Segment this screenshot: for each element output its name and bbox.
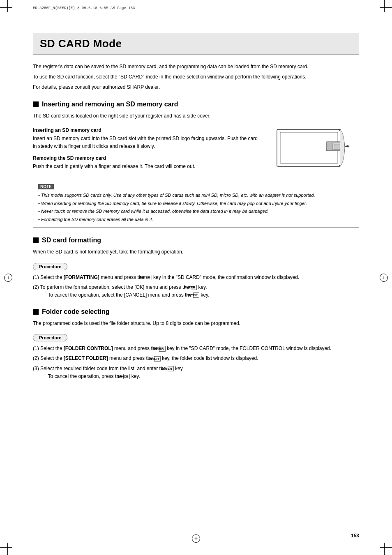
intro-text-3: For details, please consult your authori…: [33, 83, 359, 91]
registration-mark-right: [380, 274, 388, 282]
procedure-badge-1: Procedure: [33, 263, 67, 270]
formatting-step-1: (1) Select the [FORMATTING] menu and pre…: [33, 274, 359, 281]
page-title: SD CARD Mode: [40, 37, 352, 50]
enter-key-3: ENTER: [193, 292, 199, 298]
section-inserting-removing-title: Inserting and removing an SD memory card: [42, 101, 178, 108]
section-inserting-removing-header: Inserting and removing an SD memory card: [33, 101, 359, 108]
folder-code-intro: The programmed code is used the file fol…: [33, 320, 359, 327]
formatting-intro: When the SD card is not formatted yet, t…: [33, 248, 359, 256]
crop-mark-br-v: [384, 543, 385, 555]
folder-step-1: (1) Select the [FOLDER CONTROL] menu and…: [33, 345, 359, 352]
page-number: 153: [351, 533, 359, 539]
procedure-badge-2: Procedure: [33, 334, 67, 341]
crop-mark-bl-h: [0, 547, 12, 548]
note-items: • This model supports SD cards only. Use…: [38, 192, 354, 223]
section-square-icon: [33, 101, 39, 107]
sd-card-svg: [273, 123, 355, 173]
cancel-key-1: CANCE: [123, 374, 130, 379]
section-square-icon-3: [33, 309, 39, 315]
note-item-3: • Never touch or remove the SD memory ca…: [38, 208, 354, 215]
intro-text-1: The register's data can be saved to the …: [33, 63, 359, 71]
crop-mark-tr-h: [380, 7, 392, 8]
inserting-removing-content: Inserting an SD memory card Insert an SD…: [33, 122, 359, 173]
enter-key-1: ENTER: [146, 275, 152, 280]
note-item-1: • This model supports SD cards only. Use…: [38, 192, 354, 199]
main-content: SD CARD Mode The register's data can be …: [33, 33, 359, 380]
formatting-steps: (1) Select the [FORMATTING] menu and pre…: [33, 274, 359, 299]
subsection-inserting-title: Inserting an SD memory card: [33, 127, 261, 133]
crop-mark-tl-v: [7, 0, 8, 12]
subsection-removing-text: Push the card in gently with a finger an…: [33, 163, 261, 170]
crop-mark-tl-h: [0, 7, 12, 8]
page: ER-A280F_N(SEEG)(E)-8 09.6.18 6:55 AM Pa…: [0, 0, 392, 555]
sd-card-image-col: [269, 122, 359, 173]
section-folder-code-title: Folder code selecting: [42, 308, 109, 315]
enter-key-5: ENTER: [154, 356, 160, 362]
folder-code-steps: (1) Select the [FOLDER CONTROL] menu and…: [33, 345, 359, 380]
registration-mark-left: [4, 274, 12, 282]
enter-key-6: ENTER: [168, 366, 174, 371]
crop-mark-tr-v: [384, 0, 385, 12]
crop-mark-br-h: [380, 547, 392, 548]
subsection-removing-title: Removing the SD memory card: [33, 155, 261, 161]
note-item-2: • When inserting or removing the SD memo…: [38, 200, 354, 207]
note-label: NOTE: [38, 184, 54, 189]
section-folder-code-header: Folder code selecting: [33, 308, 359, 315]
subsection-inserting-text: Insert an SD memory card into the SD car…: [33, 135, 261, 150]
section-formatting-header: SD card formatting: [33, 237, 359, 244]
note-box: NOTE • This model supports SD cards only…: [33, 179, 359, 228]
folder-step-2: (2) Select the [SELECT FOLDER] menu and …: [33, 355, 359, 362]
header-info: ER-A280F_N(SEEG)(E)-8 09.6.18 6:55 AM Pa…: [33, 6, 135, 10]
inserting-removing-text: Inserting an SD memory card Insert an SD…: [33, 122, 261, 173]
folder-step-3: (3) Select the required folder code from…: [33, 365, 359, 380]
enter-key-4: ENTER: [159, 346, 165, 351]
section-formatting-title: SD card formatting: [42, 237, 101, 244]
formatting-step-2: (2) To perform the format operation, sel…: [33, 283, 359, 299]
inserting-removing-intro: The SD card slot is located on the right…: [33, 112, 359, 120]
crop-mark-bl-v: [7, 543, 8, 555]
enter-key-2: ENTER: [191, 285, 197, 290]
note-item-4: • Formatting the SD memory card erases a…: [38, 216, 354, 223]
page-title-box: SD CARD Mode: [33, 33, 359, 55]
intro-text-2: To use the SD card function, select the …: [33, 73, 359, 81]
registration-mark-bottom: [192, 534, 200, 543]
section-square-icon-2: [33, 237, 39, 243]
